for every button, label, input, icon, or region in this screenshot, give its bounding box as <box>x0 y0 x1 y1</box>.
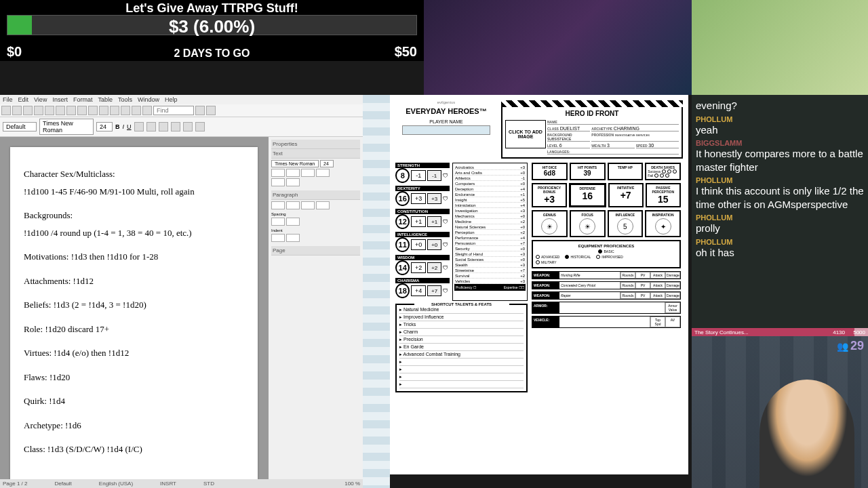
menu-help[interactable]: Help <box>165 96 178 103</box>
copy-icon[interactable] <box>56 106 65 115</box>
weapon-lbl: WEAPON: <box>532 272 559 279</box>
ep-historical[interactable] <box>565 255 569 259</box>
vehicle-name[interactable] <box>559 317 650 327</box>
save-icon[interactable] <box>23 106 33 115</box>
weapon-damage: Damage <box>665 282 680 289</box>
archetype-lbl: ARCHETYPE <box>591 127 612 131</box>
bullets-icon[interactable] <box>171 122 180 131</box>
underline-icon[interactable]: U <box>127 123 132 130</box>
props-align-c[interactable] <box>286 201 300 209</box>
ds-pip[interactable] <box>660 174 664 178</box>
table-icon[interactable] <box>99 106 108 115</box>
style-combo[interactable]: Default <box>3 122 37 131</box>
influence-val: 5 <box>617 218 633 235</box>
defense-box[interactable]: DEFENSE16 <box>569 183 606 207</box>
ep-military[interactable] <box>536 260 540 264</box>
link-icon[interactable] <box>110 106 119 115</box>
chat-panel[interactable]: evening? PHOLLUM yeah BIGGSLAMM It hones… <box>692 95 868 332</box>
skill-name: Intimidation <box>455 203 476 207</box>
font-combo[interactable]: Times New Roman <box>39 119 94 135</box>
props-align-r[interactable] <box>301 201 315 209</box>
skill-row: Performance+4 <box>454 235 526 241</box>
font-color-icon[interactable] <box>195 122 205 131</box>
ability-name: WISDOM <box>395 255 450 260</box>
spell-icon[interactable] <box>121 106 130 115</box>
props-color[interactable] <box>271 178 285 186</box>
props-bold[interactable] <box>271 169 285 177</box>
print-icon[interactable] <box>34 106 43 115</box>
ep-advanced[interactable] <box>536 255 540 259</box>
props-indent1[interactable] <box>271 234 285 242</box>
compass-icon: ✦ <box>655 218 671 235</box>
weapon-pv: PV <box>635 272 650 279</box>
props-page-hdr[interactable]: Page <box>271 246 360 256</box>
ep-basic[interactable] <box>598 249 602 253</box>
ability-name: DEXTERITY <box>395 186 450 191</box>
props-text-hdr[interactable]: Text <box>271 149 360 159</box>
menu-view[interactable]: View <box>34 96 47 103</box>
highlight-icon[interactable] <box>206 106 216 115</box>
menu-window[interactable]: Window <box>138 96 159 103</box>
props-strike[interactable] <box>316 169 330 177</box>
document-viewport[interactable]: Character Sex/Multiclass: !1d100 1-45 F/… <box>0 137 268 488</box>
ability-score: 18 <box>395 283 410 298</box>
init-val: +7 <box>611 190 641 201</box>
weapon-name[interactable]: Rapier <box>559 292 620 299</box>
talents-box: SHORTCUT TALENTS & FEATS Natural Medicin… <box>395 304 528 392</box>
props-para-hdr[interactable]: Paragraph <box>271 190 360 200</box>
skill-val: +2 <box>520 220 525 224</box>
align-right-icon[interactable] <box>159 122 168 131</box>
menu-edit[interactable]: Edit <box>18 96 29 103</box>
skill-row: Persuasion+7 <box>454 241 526 246</box>
new-icon[interactable] <box>1 106 11 115</box>
redo-icon[interactable] <box>88 106 98 115</box>
undo-icon[interactable] <box>77 106 87 115</box>
props-spacing1[interactable] <box>271 218 285 226</box>
cut-icon[interactable] <box>45 106 54 115</box>
props-align-j[interactable] <box>316 201 330 209</box>
weapon-attack: Attack <box>650 282 665 289</box>
armor-name[interactable] <box>559 302 665 313</box>
open-icon[interactable] <box>12 106 22 115</box>
ability-score: 8 <box>395 168 410 183</box>
align-center-icon[interactable] <box>146 122 156 131</box>
document-page[interactable]: Character Sex/Multiclass: !1d100 1-45 F/… <box>10 147 258 486</box>
archetype-val: CHARMING <box>614 126 639 131</box>
help-icon[interactable] <box>142 106 152 115</box>
props-indent2[interactable] <box>286 234 300 242</box>
zoom-icon[interactable] <box>132 106 141 115</box>
weapon-pv: PV <box>635 282 650 289</box>
ds-pip[interactable] <box>665 174 669 178</box>
skill-val: -1 <box>521 176 525 180</box>
bold-icon[interactable]: B <box>115 123 120 130</box>
menu-insert[interactable]: Insert <box>52 96 68 103</box>
props-align-l[interactable] <box>271 201 285 209</box>
player-name-input[interactable] <box>402 125 490 135</box>
size-combo[interactable]: 24 <box>96 122 113 131</box>
props-spacing2[interactable] <box>286 218 300 226</box>
find-next-icon[interactable] <box>195 106 205 115</box>
italic-icon[interactable]: I <box>123 123 125 130</box>
props-size[interactable]: 24 <box>320 160 334 167</box>
props-underline[interactable] <box>301 169 315 177</box>
numbering-icon[interactable] <box>183 122 193 131</box>
props-highlight[interactable] <box>286 178 300 186</box>
weapon-name[interactable]: Hunting Rifle <box>559 272 620 279</box>
props-italic[interactable] <box>286 169 300 177</box>
props-font[interactable]: Times New Roman <box>271 160 319 167</box>
menu-table[interactable]: Table <box>98 96 113 103</box>
ability-score: 16 <box>395 191 410 206</box>
ds-pip[interactable] <box>654 174 658 178</box>
add-image-button[interactable]: CLICK TO ADD IMAGE <box>505 120 546 148</box>
menu-format[interactable]: Format <box>73 96 93 103</box>
skill-name: Arts and Crafts <box>455 171 482 175</box>
find-input[interactable] <box>153 106 194 115</box>
ep-improvised[interactable] <box>596 255 600 259</box>
weapon-name[interactable]: Concealed Carry Pistol <box>559 282 620 289</box>
menu-file[interactable]: File <box>3 96 13 103</box>
menu-tools[interactable]: Tools <box>118 96 132 103</box>
paste-icon[interactable] <box>66 106 76 115</box>
align-left-icon[interactable] <box>134 122 144 131</box>
skill-val: +4 <box>520 236 525 240</box>
menubar[interactable]: File Edit View Insert Format Table Tools… <box>0 95 363 104</box>
